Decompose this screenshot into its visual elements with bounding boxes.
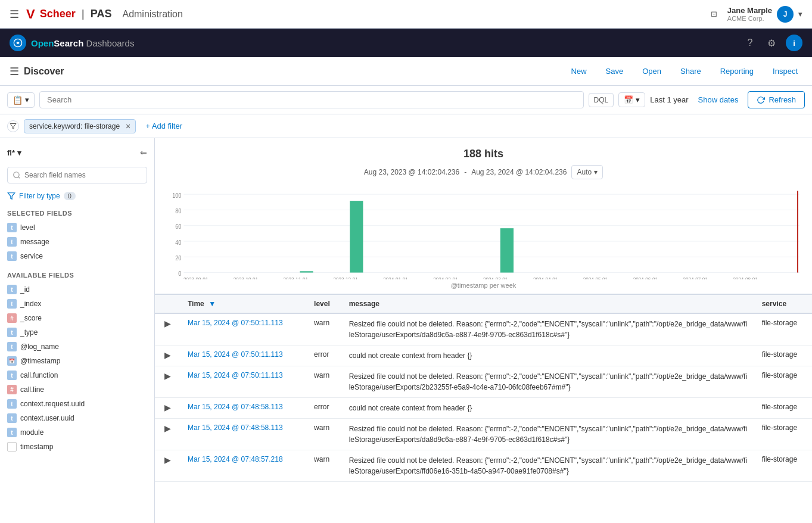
time-selector[interactable]: 📅 ▾ <box>618 92 645 107</box>
dql-button[interactable]: DQL <box>589 93 614 107</box>
field-type-badge-service: t <box>7 251 17 261</box>
field-item-call-function[interactable]: t call.function <box>0 368 154 382</box>
field-item-timestamp[interactable]: 📅 @timestamp <box>0 354 154 368</box>
table-cell-level-5: warn <box>307 450 342 482</box>
sidebar-collapse-icon[interactable]: ⇐ <box>140 148 147 157</box>
field-item-context-user[interactable]: t context.user.uuid <box>0 411 154 425</box>
page-title: Discover <box>24 66 64 77</box>
search-input[interactable] <box>47 95 576 104</box>
table-cell-service-3: file-storage <box>755 398 812 419</box>
logo-pas-text: PAS <box>91 8 112 20</box>
field-item-score[interactable]: # _score <box>0 311 154 325</box>
app-logo: V Scheer | PAS Administration <box>26 7 183 22</box>
table-cell-message-3: could not create context from header {} <box>342 398 755 419</box>
field-name-context-request: context.request.uuid <box>20 400 85 408</box>
field-item-level[interactable]: t level <box>0 220 154 235</box>
available-fields-list: t _id t _index # _score t _type t @log <box>0 282 154 454</box>
refresh-icon <box>757 96 765 104</box>
open-button[interactable]: Open <box>637 64 666 78</box>
histogram-chart: 0 20 40 60 80 100 <box>164 184 802 279</box>
table-col-level[interactable]: level <box>307 295 342 314</box>
hamburger-menu-icon[interactable]: ☰ <box>10 8 19 21</box>
table-col-time[interactable]: Time ▼ <box>181 295 307 314</box>
table-cell-message-4: Resized file could not be deleted. Reaso… <box>342 419 755 450</box>
opensearch-bar: OpenSearch Dashboards ? ⚙ i <box>0 29 812 57</box>
share-button[interactable]: Share <box>676 64 706 78</box>
svg-text:2024-07-01: 2024-07-01 <box>683 276 708 279</box>
expand-row-button-2[interactable]: ▶ <box>162 371 173 381</box>
query-selector-chevron: ▾ <box>25 95 29 104</box>
svg-text:2023-12-01: 2023-12-01 <box>333 276 357 279</box>
expand-row-button-4[interactable]: ▶ <box>162 424 173 433</box>
table-col-message[interactable]: message <box>342 295 755 314</box>
table-cell-time-1: Mar 15, 2024 @ 07:50:11.113 <box>181 345 307 366</box>
field-item-id[interactable]: t _id <box>0 282 154 297</box>
svg-text:40: 40 <box>175 239 182 246</box>
index-pattern-label: fl* <box>7 148 15 157</box>
save-button[interactable]: Save <box>601 64 629 78</box>
selected-fields-list: t level t message t service <box>0 220 154 263</box>
discover-actions: New Save Open Share Reporting Inspect <box>567 64 802 78</box>
field-item-message[interactable]: t message <box>0 235 154 249</box>
avatar[interactable]: J <box>777 6 794 23</box>
opensearch-logo: OpenSearch Dashboards <box>10 35 134 51</box>
query-selector[interactable]: 📋 ▾ <box>7 92 35 108</box>
logo-scheer-text: Scheer <box>40 8 76 20</box>
help-icon[interactable]: ? <box>743 36 757 50</box>
field-item-index[interactable]: t _index <box>0 297 154 311</box>
results-panel: 188 hits Aug 23, 2023 @ 14:02:04.236 - A… <box>155 138 812 523</box>
filter-icon[interactable] <box>7 120 19 132</box>
expand-row-button-1[interactable]: ▶ <box>162 350 173 360</box>
opensearch-dashboards-text: Dashboards <box>86 38 135 48</box>
expand-row-button-0[interactable]: ▶ <box>162 319 173 328</box>
settings-icon[interactable]: ⚙ <box>764 36 779 50</box>
auto-selector[interactable]: Auto ▾ <box>571 165 603 179</box>
query-selector-icon: 📋 <box>13 95 23 105</box>
field-item-call-line[interactable]: # call.line <box>0 382 154 397</box>
discover-bar: ☰ Discover New Save Open Share Reporting… <box>0 57 812 86</box>
table-row: ▶ Mar 15, 2024 @ 07:50:11.113 error coul… <box>155 345 812 366</box>
reporting-button[interactable]: Reporting <box>715 64 758 78</box>
filter-by-type-button[interactable]: Filter by type 0 <box>0 188 154 204</box>
inspect-button[interactable]: Inspect <box>768 64 802 78</box>
field-name-module: module <box>20 428 43 437</box>
filter-tag-close-icon[interactable]: × <box>126 122 130 131</box>
field-item-log-name[interactable]: t @log_name <box>0 340 154 354</box>
svg-text:2024-01-01: 2024-01-01 <box>383 276 407 279</box>
table-cell-level-4: warn <box>307 419 342 450</box>
expand-row-button-5[interactable]: ▶ <box>162 455 173 465</box>
svg-text:2023-09-01: 2023-09-01 <box>183 276 208 279</box>
table-cell-expand-5: ▶ <box>155 450 181 482</box>
field-item-type[interactable]: t _type <box>0 325 154 340</box>
index-pattern-selector[interactable]: fl* ▾ <box>7 148 21 157</box>
date-range-start: Aug 23, 2023 @ 14:02:04.236 <box>364 168 459 176</box>
user-dropdown-icon[interactable]: ▾ <box>798 10 802 18</box>
date-range-end: Aug 23, 2024 @ 14:02:04.236 <box>471 168 567 176</box>
field-name-score: _score <box>20 314 42 322</box>
field-name-index: _index <box>20 300 41 308</box>
table-cell-time-3: Mar 15, 2024 @ 07:48:58.113 <box>181 398 307 419</box>
opensearch-avatar[interactable]: i <box>786 35 802 51</box>
field-item-module[interactable]: t module <box>0 425 154 440</box>
monitor-icon[interactable]: ⊡ <box>708 8 720 20</box>
field-item-timestamp-plain[interactable]: timestamp <box>0 440 154 454</box>
show-dates-button[interactable]: Show dates <box>693 93 743 107</box>
svg-text:2023-11-01: 2023-11-01 <box>284 276 308 279</box>
refresh-button[interactable]: Refresh <box>748 91 805 108</box>
field-item-service[interactable]: t service <box>0 249 154 263</box>
add-filter-button[interactable]: + Add filter <box>141 119 187 133</box>
expand-row-button-3[interactable]: ▶ <box>162 403 173 412</box>
table-cell-service-0: file-storage <box>755 313 812 345</box>
filter-svg-icon <box>10 123 17 130</box>
table-col-service[interactable]: service <box>755 295 812 314</box>
date-range-bar: Aug 23, 2023 @ 14:02:04.236 - Aug 23, 20… <box>164 165 802 179</box>
filter-tag-service: service.keyword: file-storage × <box>24 119 136 133</box>
top-header-left: ☰ V Scheer | PAS Administration <box>10 7 183 22</box>
field-search-input[interactable] <box>7 167 147 183</box>
field-type-badge-log-name: t <box>7 342 17 351</box>
side-nav-icon[interactable]: ☰ <box>10 65 19 78</box>
new-button[interactable]: New <box>567 64 592 78</box>
search-input-wrapper <box>39 91 584 108</box>
field-item-context-request[interactable]: t context.request.uuid <box>0 397 154 411</box>
opensearch-open-text: Open <box>31 38 54 48</box>
